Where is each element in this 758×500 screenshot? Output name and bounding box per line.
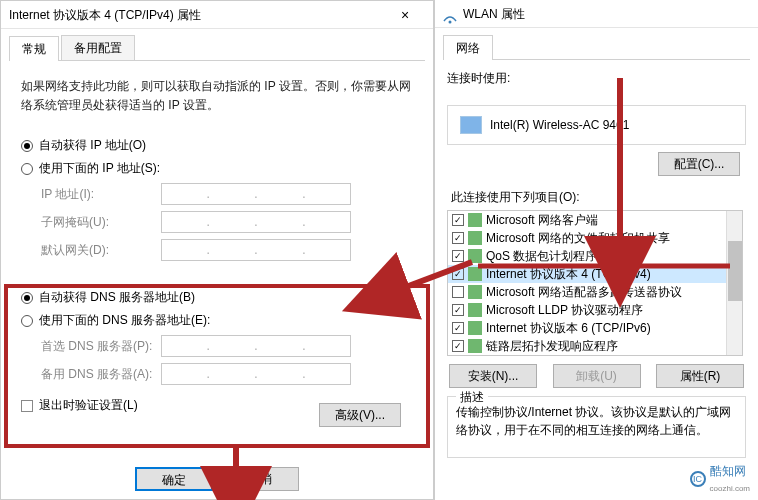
description-box: 描述 传输控制协议/Internet 协议。该协议是默认的广域网络协议，用于在不… (447, 396, 746, 458)
list-item[interactable]: 链路层拓扑发现响应程序 (448, 337, 742, 355)
radio-icon (21, 315, 33, 327)
description-label: 描述 (456, 389, 488, 406)
field-label: 首选 DNS 服务器(P): (41, 338, 161, 355)
scrollbar[interactable] (726, 211, 742, 355)
intro-text: 如果网络支持此功能，则可以获取自动指派的 IP 设置。否则，你需要从网络系统管理… (21, 77, 413, 115)
dialog-title: WLAN 属性 (463, 0, 525, 28)
list-item[interactable]: Microsoft LLDP 协议驱动程序 (448, 301, 742, 319)
radio-label: 自动获得 IP 地址(O) (39, 137, 146, 154)
component-icon (468, 249, 482, 263)
subnet-mask-input[interactable]: ... (161, 211, 351, 233)
item-label: Internet 协议版本 4 (TCP/IPv4) (486, 266, 651, 283)
tab-network[interactable]: 网络 (443, 35, 493, 60)
list-item[interactable]: Internet 协议版本 4 (TCP/IPv4) (448, 265, 742, 283)
list-item[interactable]: Microsoft 网络适配器多路传送器协议 (448, 283, 742, 301)
checkbox-icon[interactable] (452, 214, 464, 226)
list-item[interactable]: Microsoft 网络客户端 (448, 211, 742, 229)
checkbox-icon (21, 400, 33, 412)
radio-ip-manual[interactable]: 使用下面的 IP 地址(S): (21, 160, 413, 177)
checkbox-label: 退出时验证设置(L) (39, 397, 138, 414)
radio-icon (21, 292, 33, 304)
dns-primary-input[interactable]: ... (161, 335, 351, 357)
title-bar: WLAN 属性 (435, 0, 758, 28)
component-icon (468, 321, 482, 335)
checkbox-icon[interactable] (452, 286, 464, 298)
ok-button[interactable]: 确定 (135, 467, 213, 491)
tab-alternate[interactable]: 备用配置 (61, 35, 135, 60)
dialog-buttons: 确定 取消 (1, 467, 433, 491)
component-icon (468, 339, 482, 353)
checkbox-icon[interactable] (452, 304, 464, 316)
close-icon[interactable]: × (385, 1, 425, 28)
default-gateway-input[interactable]: ... (161, 239, 351, 261)
wlan-properties-dialog: WLAN 属性 网络 连接时使用: Intel(R) Wireless-AC 9… (434, 0, 758, 500)
checkbox-icon[interactable] (452, 268, 464, 280)
radio-label: 使用下面的 DNS 服务器地址(E): (39, 312, 210, 329)
watermark-url: coozhi.com (710, 484, 750, 493)
component-icon (468, 267, 482, 281)
checkbox-icon[interactable] (452, 232, 464, 244)
tab-general[interactable]: 常规 (9, 36, 59, 61)
scrollbar-thumb[interactable] (728, 241, 742, 301)
tab-strip: 常规 备用配置 (9, 35, 425, 61)
component-icon (468, 303, 482, 317)
network-items-list[interactable]: Microsoft 网络客户端Microsoft 网络的文件和打印机共享QoS … (447, 210, 743, 356)
item-label: QoS 数据包计划程序 (486, 248, 597, 265)
item-label: Microsoft 网络客户端 (486, 212, 598, 229)
field-ip-address: IP 地址(I): ... (41, 183, 413, 205)
uninstall-button[interactable]: 卸载(U) (553, 364, 641, 388)
cancel-button[interactable]: 取消 (221, 467, 299, 491)
radio-label: 自动获得 DNS 服务器地址(B) (39, 289, 195, 306)
radio-ip-auto[interactable]: 自动获得 IP 地址(O) (21, 137, 413, 154)
checkbox-icon[interactable] (452, 322, 464, 334)
list-item[interactable]: Internet 协议版本 6 (TCP/IPv6) (448, 319, 742, 337)
radio-dns-auto[interactable]: 自动获得 DNS 服务器地址(B) (21, 289, 413, 306)
radio-label: 使用下面的 IP 地址(S): (39, 160, 160, 177)
description-text: 传输控制协议/Internet 协议。该协议是默认的广域网络协议，用于在不同的相… (456, 403, 737, 439)
checkbox-icon[interactable] (452, 250, 464, 262)
item-buttons: 安装(N)... 卸载(U) 属性(R) (449, 364, 744, 388)
component-icon (468, 231, 482, 245)
adapter-icon (460, 116, 482, 134)
title-bar: Internet 协议版本 4 (TCP/IPv4) 属性 × (1, 1, 433, 29)
watermark-text: 酷知网 (710, 464, 746, 478)
field-label: 默认网关(D): (41, 242, 161, 259)
radio-icon (21, 163, 33, 175)
field-dns-primary: 首选 DNS 服务器(P): ... (41, 335, 413, 357)
install-button[interactable]: 安装(N)... (449, 364, 537, 388)
item-label: Microsoft 网络适配器多路传送器协议 (486, 284, 682, 301)
items-label: 此连接使用下列项目(O): (451, 189, 746, 206)
ip-address-input[interactable]: ... (161, 183, 351, 205)
item-label: Internet 协议版本 6 (TCP/IPv6) (486, 320, 651, 337)
adapter-row: Intel(R) Wireless-AC 9461 (456, 112, 737, 138)
list-item[interactable]: QoS 数据包计划程序 (448, 247, 742, 265)
component-icon (468, 285, 482, 299)
tab-body: 连接时使用: Intel(R) Wireless-AC 9461 此连接使用下列… (435, 60, 758, 468)
adapter-box: Intel(R) Wireless-AC 9461 (447, 105, 746, 145)
radio-dns-manual[interactable]: 使用下面的 DNS 服务器地址(E): (21, 312, 413, 329)
dns-alt-input[interactable]: ... (161, 363, 351, 385)
field-label: 子网掩码(U): (41, 214, 161, 231)
watermark: IC 酷知网 coozhi.com (690, 463, 750, 494)
tab-body: 如果网络支持此功能，则可以获取自动指派的 IP 设置。否则，你需要从网络系统管理… (1, 61, 433, 455)
advanced-button[interactable]: 高级(V)... (319, 403, 401, 427)
adapter-name: Intel(R) Wireless-AC 9461 (490, 118, 629, 132)
properties-button[interactable]: 属性(R) (656, 364, 744, 388)
connect-using-label: 连接时使用: (447, 70, 746, 87)
dialog-title: Internet 协议版本 4 (TCP/IPv4) 属性 (9, 1, 201, 28)
component-icon (468, 213, 482, 227)
field-dns-alt: 备用 DNS 服务器(A): ... (41, 363, 413, 385)
item-label: Microsoft 网络的文件和打印机共享 (486, 230, 670, 247)
radio-icon (21, 140, 33, 152)
svg-point-0 (449, 20, 452, 23)
tcpip-properties-dialog: Internet 协议版本 4 (TCP/IPv4) 属性 × 常规 备用配置 … (0, 0, 434, 500)
field-default-gateway: 默认网关(D): ... (41, 239, 413, 261)
field-subnet-mask: 子网掩码(U): ... (41, 211, 413, 233)
configure-button[interactable]: 配置(C)... (658, 152, 740, 176)
list-item[interactable]: Microsoft 网络的文件和打印机共享 (448, 229, 742, 247)
item-label: Microsoft LLDP 协议驱动程序 (486, 302, 643, 319)
checkbox-icon[interactable] (452, 340, 464, 352)
tab-strip: 网络 (443, 34, 750, 60)
watermark-logo-icon: IC (690, 471, 706, 487)
item-label: 链路层拓扑发现响应程序 (486, 338, 618, 355)
